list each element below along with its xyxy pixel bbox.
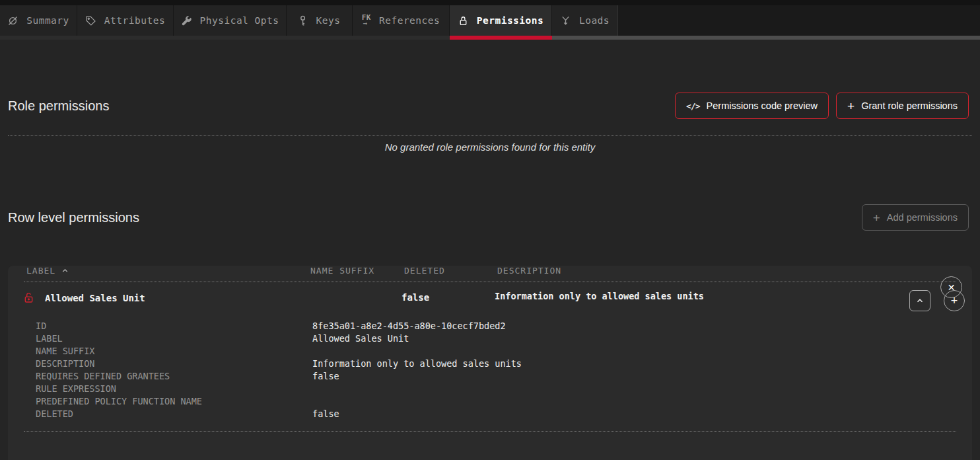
target-icon	[7, 15, 18, 26]
detail-row: DELETED false	[36, 408, 956, 420]
sort-ascending-icon	[61, 266, 69, 275]
detail-label: DESCRIPTION	[36, 358, 312, 370]
detail-value: false	[312, 408, 339, 420]
grant-role-permissions-button[interactable]: + Grant role permissions	[836, 93, 969, 119]
row-actions: +	[909, 290, 965, 311]
tab-loads[interactable]: Loads	[552, 5, 618, 36]
tab-label: References	[379, 15, 440, 26]
row-label: Allowed Sales Unit	[45, 293, 145, 303]
code-icon: </>	[686, 101, 699, 111]
tab-label: Permissions	[477, 15, 544, 26]
plus-icon: +	[847, 100, 855, 112]
detail-row: LABEL Allowed Sales Unit	[36, 332, 956, 345]
tab-label: Physical Opts	[200, 15, 279, 26]
role-permissions-title: Role permissions	[8, 98, 109, 114]
detail-value: false	[312, 370, 339, 383]
column-header-deleted[interactable]: DELETED	[404, 266, 497, 276]
column-header-name-suffix[interactable]: NAME SUFFIX	[310, 266, 404, 276]
detail-row: REQUIRES DEFINED GRANTEES false	[36, 370, 956, 383]
detail-row: RULE EXPRESSION	[36, 383, 956, 395]
row-level-permissions-header: Row level permissions + Add permissions	[8, 204, 969, 231]
tab-permissions[interactable]: Permissions	[450, 5, 552, 36]
tab-indicator-strip	[0, 36, 980, 40]
key-icon	[298, 15, 308, 26]
row-details: ID 8fe35a01-a8e2-4d55-a80e-10cecf7bded2 …	[24, 320, 956, 420]
chevron-up-icon	[915, 296, 925, 305]
row-level-permissions-card: ✕ LABEL NAME SUFFIX DELETED DESCRIPTION	[8, 266, 972, 460]
detail-label: PREDEFINED POLICY FUNCTION NAME	[36, 395, 312, 408]
detail-label: ID	[36, 320, 312, 332]
detail-value: Allowed Sales Unit	[312, 332, 409, 345]
row-description: Information only to allowed sales units	[495, 292, 709, 303]
tag-icon	[85, 15, 96, 26]
open-lock-icon	[24, 292, 34, 303]
detail-row: DESCRIPTION Information only to allowed …	[36, 358, 956, 370]
tab-attributes[interactable]: Attributes	[77, 5, 174, 36]
empty-state-message: No granted role permissions found for th…	[0, 141, 980, 153]
tab-bar-filler	[618, 5, 980, 36]
detail-label: DELETED	[36, 408, 312, 420]
table-row[interactable]: Allowed Sales Unit false Information onl…	[24, 282, 956, 312]
table-header: LABEL NAME SUFFIX DELETED DESCRIPTION	[24, 266, 956, 282]
detail-label: REQUIRES DEFINED GRANTEES	[36, 370, 312, 383]
wrench-icon	[181, 15, 192, 26]
plus-icon: +	[873, 211, 880, 224]
detail-row: NAME SUFFIX	[36, 345, 956, 358]
detail-row: ID 8fe35a01-a8e2-4d55-a80e-10cecf7bded2	[36, 320, 956, 332]
detail-value: 8fe35a01-a8e2-4d55-a80e-10cecf7bded2	[312, 320, 506, 332]
role-permissions-divider	[8, 135, 972, 136]
scrollbar-track-left	[0, 36, 450, 40]
detail-label: RULE EXPRESSION	[36, 383, 312, 395]
merge-icon	[560, 15, 571, 26]
tab-summary[interactable]: Summary	[0, 5, 77, 36]
row-label-cell: Allowed Sales Unit	[24, 292, 308, 303]
tab-bar: Summary Attributes Physical Opts Keys FK…	[0, 5, 980, 36]
tab-references[interactable]: FK → References	[353, 5, 450, 36]
add-row-permission-button[interactable]: +	[944, 290, 965, 311]
column-header-label[interactable]: LABEL	[26, 266, 310, 276]
role-permissions-header: Role permissions </> Permissions code pr…	[8, 93, 969, 119]
detail-label: LABEL	[36, 332, 312, 345]
tab-keys[interactable]: Keys	[287, 5, 353, 36]
window-top-strip	[0, 0, 980, 5]
row-level-permissions-title: Row level permissions	[8, 210, 139, 225]
detail-label: NAME SUFFIX	[36, 345, 312, 358]
add-permissions-button[interactable]: + Add permissions	[862, 204, 969, 231]
detail-value: Information only to allowed sales units	[312, 358, 522, 370]
collapse-row-button[interactable]	[909, 290, 930, 311]
plus-icon: +	[951, 294, 958, 308]
tab-label: Keys	[316, 15, 341, 26]
role-permissions-actions: </> Permissions code preview + Grant rol…	[675, 93, 969, 119]
entity-detail-page: Summary Attributes Physical Opts Keys FK…	[0, 0, 980, 460]
tab-label: Summary	[26, 15, 69, 26]
foreign-key-icon: FK →	[362, 15, 371, 27]
scrollbar-thumb[interactable]	[552, 36, 980, 40]
tab-label: Attributes	[104, 15, 165, 26]
column-header-description[interactable]: DESCRIPTION	[497, 266, 956, 276]
card-bottom-divider	[24, 431, 956, 432]
tab-physical-opts[interactable]: Physical Opts	[174, 5, 287, 36]
tab-label: Loads	[579, 15, 610, 26]
row-name-suffix	[308, 292, 402, 303]
row-deleted: false	[402, 292, 495, 303]
permissions-code-preview-button[interactable]: </> Permissions code preview	[675, 93, 829, 119]
detail-row: PREDEFINED POLICY FUNCTION NAME	[36, 395, 956, 408]
active-tab-indicator	[450, 36, 552, 40]
lock-icon	[458, 15, 469, 26]
